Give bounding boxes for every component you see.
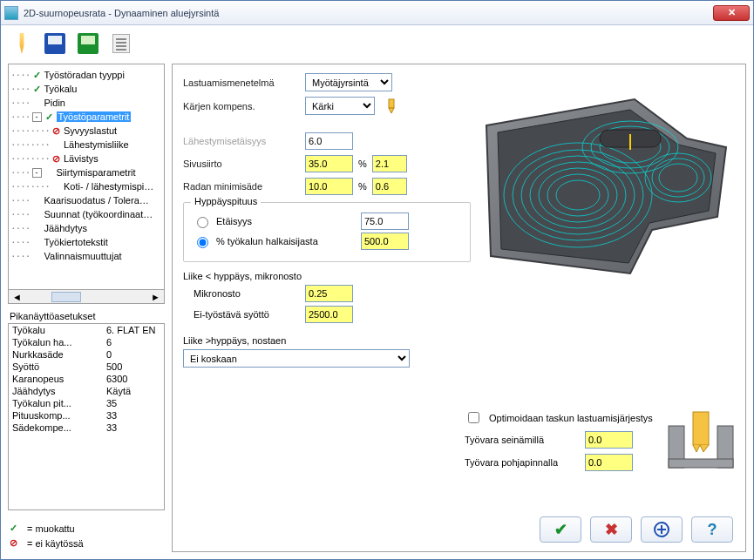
- list-icon[interactable]: [109, 31, 133, 56]
- pct-sign: %: [358, 159, 367, 169]
- microlift-input[interactable]: [305, 285, 353, 302]
- ok-button[interactable]: ✔: [540, 516, 581, 543]
- stepover-label: Sivusiirto: [183, 159, 296, 169]
- quickview-row: Syöttö500: [9, 361, 164, 373]
- quickview-row: Työkalu6. FLAT EN: [9, 324, 164, 336]
- tree-item[interactable]: ····-✓Työstöparametrit: [10, 110, 162, 124]
- pocket-icon: [667, 408, 735, 469]
- quickview-row: Sädekompe...33: [9, 422, 164, 434]
- comp-label: Kärjen kompens.: [183, 101, 296, 111]
- microlift-label: Mikronosto: [183, 288, 296, 299]
- microlift-group: Liike < hyppäys, mikronosto Mikronosto E…: [183, 271, 471, 323]
- legend-modified: = muokattu: [27, 523, 75, 534]
- tree-item[interactable]: ····Työkiertotekstit: [10, 235, 162, 249]
- legend-disabled: = ei käytössä: [27, 538, 84, 549]
- jump-pct-radio[interactable]: [197, 237, 208, 248]
- tree-item[interactable]: ····Jäähdytys: [10, 221, 162, 235]
- quickview-row: Nurkkasäde0: [9, 348, 164, 361]
- tree-item[interactable]: ········⊘Lävistys: [10, 152, 162, 165]
- tree-item[interactable]: ········⊘Syvyyslastut: [10, 124, 162, 138]
- quickview-title: Pikanäyttöasetukset: [10, 311, 165, 321]
- lift-label: Liike >hyppäys, nostaen: [183, 335, 735, 346]
- tree-item[interactable]: ····Kaarisuodatus / Tolera…: [10, 193, 162, 207]
- pct-sign: %: [358, 181, 367, 192]
- jump-group: Hyppäyspituus Etäisyys % työkalun halkai…: [183, 202, 471, 262]
- toolbar: [1, 25, 753, 62]
- quickview-row: Pituuskomp...33: [9, 409, 164, 422]
- tree-item[interactable]: ········Koti- / lähestymispi…: [10, 179, 162, 193]
- approach-input[interactable]: [305, 132, 353, 150]
- add-button[interactable]: [641, 516, 683, 543]
- minrad-label: Radan minimisäde: [183, 181, 296, 192]
- jump-distance-input[interactable]: [361, 213, 409, 230]
- optimize-checkbox[interactable]: [468, 412, 479, 423]
- quickview-row: Työkalun pit...35: [9, 397, 164, 409]
- nonwork-input[interactable]: [305, 306, 353, 323]
- legend: ✓= muokattu ⊘= ei käytössä: [8, 519, 165, 552]
- endmill-icon: [384, 98, 399, 114]
- help-button[interactable]: ?: [691, 516, 733, 543]
- quickview-row: Työkalun ha...6: [9, 336, 164, 348]
- parameter-tree[interactable]: ····✓Työstöradan tyyppi····✓Työkalu····P…: [8, 64, 165, 290]
- parameter-panel: Lastuamismenetelmä Myötäjyrsintä Kärjen …: [172, 64, 746, 552]
- comp-select[interactable]: Kärki: [305, 97, 375, 115]
- cancel-button[interactable]: ✖: [590, 516, 632, 543]
- floor-stock-input[interactable]: [585, 454, 633, 471]
- minrad-abs-input[interactable]: [372, 178, 407, 195]
- jump-pct-input[interactable]: [361, 233, 409, 250]
- floor-stock-label: Työvara pohjapinnalla: [465, 457, 578, 468]
- window-title: 2D-suurnopeusrata - Dynaaminen aluejyrsi…: [24, 8, 713, 18]
- wall-stock-input[interactable]: [585, 431, 633, 449]
- method-label: Lastuamismenetelmä: [183, 78, 296, 88]
- titlebar: 2D-suurnopeusrata - Dynaaminen aluejyrsi…: [1, 1, 753, 25]
- tree-item[interactable]: ····-Siirtymisparametrit: [10, 165, 162, 179]
- toolpath-preview: [465, 73, 735, 300]
- jump-group-title: Hyppäyspituus: [191, 196, 261, 206]
- tree-item[interactable]: ····Pidin: [10, 96, 162, 110]
- approach-label: Lähestymisetäisyys: [183, 136, 296, 146]
- svg-rect-18: [669, 459, 733, 468]
- jump-distance-label: Etäisyys: [216, 216, 356, 226]
- lift-section: Liike >hyppäys, nostaen Ei koskaan: [183, 335, 735, 368]
- close-button[interactable]: ✕: [713, 5, 750, 21]
- quickview-row: JäähdytysKäytä: [9, 385, 164, 397]
- app-icon: [4, 6, 18, 20]
- quickview-panel: Työkalu6. FLAT ENTyökalun ha...6Nurkkasä…: [8, 323, 165, 510]
- stepover-pct-input[interactable]: [305, 155, 353, 172]
- tree-item[interactable]: ····✓Työkalu: [10, 82, 162, 96]
- check-icon: ✓: [8, 523, 18, 534]
- tool-icon[interactable]: [10, 31, 34, 56]
- lift-select[interactable]: Ei koskaan: [183, 349, 410, 368]
- tree-scrollbar[interactable]: ◄►: [8, 290, 165, 304]
- microlift-title: Liike < hyppäys, mikronosto: [183, 271, 471, 281]
- jump-distance-radio[interactable]: [197, 217, 208, 228]
- optimize-label: Optimoidaan taskun lastuamisjärjestys: [489, 413, 653, 423]
- tree-item[interactable]: ········Lähestymisliike: [10, 138, 162, 152]
- tree-item[interactable]: ····Valinnaismuuttujat: [10, 249, 162, 263]
- minrad-pct-input[interactable]: [305, 178, 353, 195]
- save-alt-icon[interactable]: [76, 31, 100, 56]
- save-icon[interactable]: [43, 31, 67, 56]
- dialog-window: 2D-suurnopeusrata - Dynaaminen aluejyrsi…: [0, 0, 754, 560]
- dialog-buttons: ✔ ✖ ?: [540, 516, 733, 543]
- forbid-icon: ⊘: [8, 537, 18, 549]
- method-select[interactable]: Myötäjyrsintä: [305, 73, 392, 91]
- tree-item[interactable]: ····Suunnat (työkoordinaat…: [10, 207, 162, 221]
- svg-rect-0: [389, 99, 394, 108]
- nonwork-label: Ei-työstävä syöttö: [183, 309, 296, 320]
- svg-rect-19: [693, 412, 709, 445]
- quickview-row: Karanopeus6300: [9, 373, 164, 385]
- wall-stock-label: Työvara seinämillä: [465, 435, 578, 445]
- stepover-abs-input[interactable]: [372, 155, 407, 172]
- jump-pct-label: % työkalun halkaisijasta: [216, 236, 356, 246]
- tree-item[interactable]: ····✓Työstöradan tyyppi: [10, 68, 162, 82]
